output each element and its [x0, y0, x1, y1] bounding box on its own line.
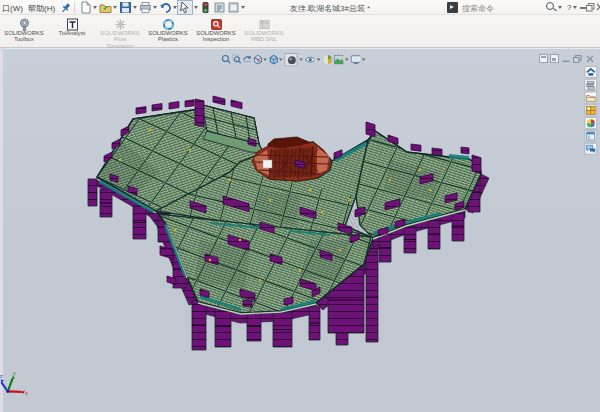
triad-y-label: y	[13, 370, 16, 376]
zoom-area-icon[interactable]	[232, 54, 242, 65]
taskpane-custom-properties-button[interactable]	[584, 130, 597, 142]
triad-x-label: x	[25, 390, 28, 396]
view-orientation-icon[interactable]	[269, 54, 279, 65]
display-style-button[interactable]	[284, 53, 297, 66]
taskpane-resources-home-button[interactable]	[584, 66, 597, 78]
doc-window-icon-b[interactable]	[550, 54, 559, 65]
doc-minimize-button[interactable]	[562, 55, 570, 65]
taskpane-file-explorer-button[interactable]	[584, 92, 597, 104]
doc-restore-button[interactable]	[573, 55, 582, 65]
triad-z-label: z	[0, 373, 3, 379]
taskpane-appearances-button[interactable]	[584, 117, 597, 129]
zoom-fit-icon[interactable]	[221, 54, 231, 65]
doc-window-icon-a[interactable]	[539, 54, 548, 65]
view-settings-icon[interactable]	[350, 54, 360, 65]
edit-appearance-icon[interactable]	[322, 54, 332, 65]
taskpane-view-palette-button[interactable]	[584, 104, 597, 116]
section-view-icon[interactable]	[253, 54, 263, 65]
taskpane-design-library-button[interactable]	[584, 79, 597, 91]
previous-view-icon[interactable]	[242, 54, 252, 65]
assembly-model[interactable]	[0, 0, 600, 412]
solidworks-window: 口(W) 帮助(H)	[0, 0, 600, 412]
task-pane-tabs	[584, 66, 598, 156]
hide-show-items-icon[interactable]	[305, 54, 315, 65]
taskpane-forum-button[interactable]	[584, 143, 597, 155]
doc-close-button[interactable]	[586, 55, 594, 65]
apply-scene-icon[interactable]	[334, 54, 344, 65]
orientation-triad: x y z	[0, 368, 40, 403]
